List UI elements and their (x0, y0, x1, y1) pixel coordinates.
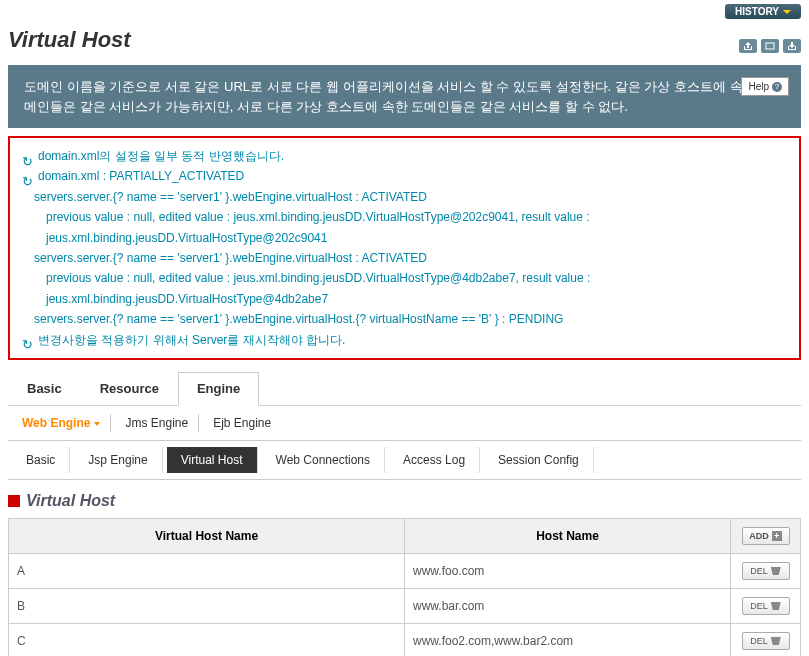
col-host-name: Host Name (405, 518, 731, 553)
section-marker-icon (8, 495, 20, 507)
tab-we-basic[interactable]: Basic (12, 447, 70, 473)
tab-web-connections[interactable]: Web Connections (262, 447, 386, 473)
tab-resource[interactable]: Resource (81, 372, 178, 405)
tab-web-engine[interactable]: Web Engine (12, 414, 111, 432)
history-label: HISTORY (735, 6, 779, 17)
description-box: Help 도메인 이름을 기준으로 서로 같은 URL로 서로 다른 웹 어플리… (8, 65, 801, 128)
tab-ejb-engine[interactable]: Ejb Engine (203, 414, 281, 432)
reload-icon (22, 171, 34, 183)
web-engine-tabs: Basic Jsp Engine Virtual Host Web Connec… (8, 441, 801, 480)
xml-icon[interactable] (761, 39, 779, 53)
reload-icon (22, 151, 34, 163)
reload-icon (22, 334, 34, 346)
tab-jsp-engine[interactable]: Jsp Engine (74, 447, 162, 473)
table-row: C www.foo2.com,www.bar2.com DEL (9, 623, 801, 656)
svg-rect-0 (766, 43, 774, 49)
tab-access-log[interactable]: Access Log (389, 447, 480, 473)
table-row: B www.bar.com DEL (9, 588, 801, 623)
import-icon[interactable] (783, 39, 801, 53)
tab-jms-engine[interactable]: Jms Engine (115, 414, 199, 432)
description-text: 도메인 이름을 기준으로 서로 같은 URL로 서로 다른 웹 어플리케이션을 … (24, 79, 772, 114)
engine-tabs: Web Engine Jms Engine Ejb Engine (8, 406, 801, 441)
col-vh-name: Virtual Host Name (9, 518, 405, 553)
history-button[interactable]: HISTORY (725, 4, 801, 19)
del-button[interactable]: DEL (742, 597, 790, 615)
tab-basic[interactable]: Basic (8, 372, 81, 405)
add-button[interactable]: ADD (742, 527, 790, 545)
page-title: Virtual Host (8, 27, 131, 53)
main-tabs: Basic Resource Engine (8, 372, 801, 406)
del-button[interactable]: DEL (742, 632, 790, 650)
help-button[interactable]: Help (741, 77, 789, 96)
status-box: domain.xml의 설정을 일부 동적 반영했습니다. domain.xml… (8, 136, 801, 360)
table-row: A www.foo.com DEL (9, 553, 801, 588)
tab-session-config[interactable]: Session Config (484, 447, 594, 473)
tab-engine[interactable]: Engine (178, 372, 259, 406)
section-title: Virtual Host (26, 492, 115, 510)
tab-virtual-host[interactable]: Virtual Host (167, 447, 258, 473)
export-icon[interactable] (739, 39, 757, 53)
del-button[interactable]: DEL (742, 562, 790, 580)
virtual-host-table: Virtual Host Name Host Name ADD A www.fo… (8, 518, 801, 656)
